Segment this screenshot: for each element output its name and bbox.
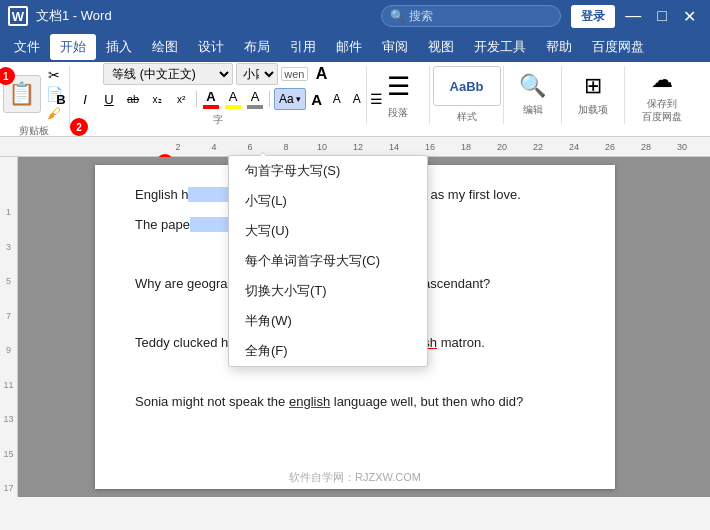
paragraph-icon[interactable]: ☰ [387,71,410,102]
dropdown-item-capitalize[interactable]: 每个单词首字母大写(C) [229,246,427,276]
close-button[interactable]: ✕ [677,7,702,26]
style-box[interactable]: AaBb [433,66,501,106]
font-name-select[interactable]: 等线 (中文正文) [103,63,233,85]
cut-button[interactable]: ✂ [43,66,66,84]
font-group: 等线 (中文正文) 小四 wen A B I U ab x₂ x² 2 A [78,66,368,124]
dropdown-item-toggle-case[interactable]: 切换大小写(T) [229,276,427,306]
ruler: 2 4 6 8 10 12 14 16 18 20 22 24 26 28 30… [0,137,710,157]
search-box[interactable]: 🔍 搜索 [381,5,561,27]
menu-draw[interactable]: 绘图 [142,34,188,60]
menu-design[interactable]: 设计 [188,34,234,60]
font-size-select[interactable]: 小四 [236,63,278,85]
english-3: english [289,394,330,409]
menu-home[interactable]: 开始 [50,34,96,60]
doc-title: 文档1 - Word [36,7,371,25]
aa-dropdown-menu: 句首字母大写(S) 小写(L) 大写(U) 每个单词首字母大写(C) 切换大小写… [228,155,428,367]
edit-group: 🔍 编辑 [512,66,562,124]
save-icon[interactable]: ☁ [651,67,673,93]
menu-references[interactable]: 引用 [280,34,326,60]
dropdown-item-fullwidth[interactable]: 全角(F) [229,336,427,366]
dropdown-item-uppercase[interactable]: 大写(U) [229,216,427,246]
clipboard-label: 剪贴板 [8,124,61,138]
menu-view[interactable]: 视图 [418,34,464,60]
edit-label: 编辑 [512,103,553,117]
italic-button[interactable]: I [74,88,96,110]
app-logo: W [8,6,28,26]
save-group: ☁ 保存到 百度网盘 [633,66,698,124]
menu-baidupan[interactable]: 百度网盘 [582,34,654,60]
grow-font-button[interactable]: A [308,90,326,108]
menu-review[interactable]: 审阅 [372,34,418,60]
dropdown-item-sentence-case[interactable]: 句首字母大写(S) [229,156,427,186]
font-group-label: 字 [78,113,359,127]
title-actions: 登录 — □ ✕ [571,5,702,28]
menu-layout[interactable]: 布局 [234,34,280,60]
shrink-font-button[interactable]: A [328,90,346,108]
addins-icon[interactable]: ⊞ [584,73,602,99]
save-label: 保存到 百度网盘 [633,97,690,123]
menu-insert[interactable]: 插入 [96,34,142,60]
strikethrough-button[interactable]: ab [122,88,144,110]
underline-button[interactable]: U [98,88,120,110]
font-color-button[interactable]: A [201,89,221,109]
aa-dropdown-label: Aa [279,92,294,106]
font-size-up-button[interactable]: A [311,63,333,85]
search-icon: 🔍 [390,9,405,23]
superscript-button[interactable]: x² [170,88,192,110]
addins-label: 加载项 [570,103,616,117]
ribbon: 📋 1 ✂ 📄 🖌 剪贴板 等线 (中文正文) 小四 [0,62,710,137]
clear-format-button[interactable]: A [348,90,366,108]
chevron-down-icon: ▾ [296,94,301,104]
ruler-marks: 2 4 6 8 10 12 14 16 18 20 22 24 26 28 30… [169,142,710,152]
watermark: 软件自学网：RJZXW.COM [95,470,615,485]
highlight-color-button[interactable]: A [223,89,243,109]
title-bar: W 文档1 - Word 🔍 搜索 登录 — □ ✕ [0,0,710,32]
maximize-button[interactable]: □ [651,7,673,25]
menu-bar: 文件 开始 插入 绘图 设计 布局 引用 邮件 审阅 视图 开发工具 帮助 百度… [0,32,710,62]
menu-developer[interactable]: 开发工具 [464,34,536,60]
menu-mailings[interactable]: 邮件 [326,34,372,60]
aa-dropdown-button[interactable]: Aa ▾ [274,88,306,110]
search-edit-icon[interactable]: 🔍 [519,73,546,99]
style-group: AaBb 样式 [438,66,504,124]
paragraph-label: 段落 [375,106,421,120]
left-ruler: 1 3 5 7 9 11 13 15 17 [0,157,18,497]
menu-help[interactable]: 帮助 [536,34,582,60]
badge-2: 2 [70,118,88,136]
dropdown-item-halfwidth[interactable]: 半角(W) [229,306,427,336]
bold-button[interactable]: B [50,88,72,110]
minimize-button[interactable]: — [619,7,647,25]
login-button[interactable]: 登录 [571,5,615,28]
subscript-button[interactable]: x₂ [146,88,168,110]
style-preview: AaBb [450,79,484,94]
addins-group: ⊞ 加载项 [570,66,625,124]
doc-line-8: Sonia might not speak the english langua… [135,392,585,412]
menu-file[interactable]: 文件 [4,34,50,60]
char-spacing-button[interactable]: A [245,89,265,109]
paragraph-group: ☰ 段落 [375,66,430,124]
search-placeholder: 搜索 [409,8,433,25]
wen-icon: wen [281,67,307,81]
dropdown-item-lowercase[interactable]: 小写(L) [229,186,427,216]
style-label: 样式 [438,110,495,124]
